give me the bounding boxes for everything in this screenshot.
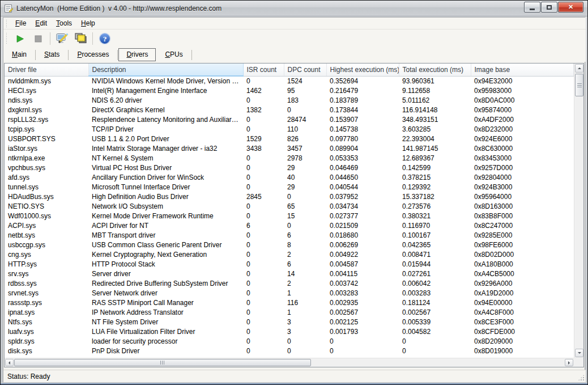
table-row[interactable]: cng.sysKernel Cryptography, Next Generat… — [5, 250, 573, 260]
menu-help[interactable]: Help — [76, 18, 100, 28]
table-row[interactable]: ACPI.sysACPI Driver for NT600.0215090.11… — [5, 221, 573, 231]
table-row[interactable]: spldr.sysloader for security processor00… — [5, 337, 573, 346]
table-cell: 0.173844 — [326, 105, 399, 115]
table-row[interactable]: usbccgp.sysUSB Common Class Generic Pare… — [5, 240, 573, 250]
table-cell: RAS SSTP Miniport Call Manager — [88, 298, 243, 308]
table-cell: 0.002567 — [399, 308, 471, 318]
table-row[interactable]: disk.sysPnP Disk Driver00000x8D019000 — [5, 346, 573, 356]
column-header-total-execution[interactable]: Total execution (ms) — [399, 64, 471, 76]
table-row[interactable]: iaStor.sysIntel Matrix Storage Manager d… — [5, 144, 573, 154]
scroll-up-button[interactable] — [575, 64, 583, 73]
table-row[interactable]: HDAudBus.sysHigh Definition Audio Bus Dr… — [5, 192, 573, 202]
vertical-scrollbar[interactable] — [574, 64, 583, 358]
close-button[interactable]: ✕ — [558, 2, 583, 12]
table-row[interactable]: tunnel.sysMicrosoft Tunnel Interface Dri… — [5, 183, 573, 192]
table-row[interactable]: srv.sysServer driver0140.0041150.0272610… — [5, 269, 573, 279]
table-cell: NT File System Driver — [88, 318, 243, 327]
table-row[interactable]: rassstp.sysRAS SSTP Miniport Call Manage… — [5, 298, 573, 308]
table-row[interactable]: rspLLL32.sysResplendence Latency Monitor… — [5, 115, 573, 125]
tab-drivers[interactable]: Drivers — [118, 48, 156, 61]
table-cell: 0x94E00000 — [471, 298, 573, 308]
close-icon: ✕ — [568, 4, 573, 10]
table-row[interactable]: tcpip.sysTCP/IP Driver01100.1457383.6032… — [5, 125, 573, 134]
table-row[interactable]: Ntfs.sysNT File System Driver030.0021250… — [5, 318, 573, 327]
table-cell: 0xA180B000 — [471, 260, 573, 269]
maximize-button[interactable] — [541, 2, 557, 12]
table-row[interactable]: NETIO.SYSNetwork I/O Subsystem0650.03473… — [5, 202, 573, 211]
table-row[interactable]: HTTP.sysHTTP Protocol Stack060.0045870.0… — [5, 260, 573, 269]
table-row[interactable]: HECI.sysIntel(R) Management Engine Inter… — [5, 86, 573, 96]
tab-cpus[interactable]: CPUs — [157, 48, 190, 61]
table-cell: 0.089904 — [326, 144, 399, 154]
table-row[interactable]: netbt.sysMBT Transport driver060.0186800… — [5, 231, 573, 240]
tab-separator — [68, 50, 69, 60]
table-cell: 0x95874000 — [471, 105, 573, 115]
minimize-button[interactable] — [524, 2, 540, 12]
table-row[interactable]: Wdf01000.sysKernel Mode Driver Framework… — [5, 211, 573, 221]
table-cell: 1382 — [243, 105, 284, 115]
column-header-isr-count[interactable]: ISR count — [243, 64, 284, 76]
column-header-highest-execution[interactable]: Highest execution (ms) — [326, 64, 399, 76]
table-cell: 0.015944 — [399, 260, 471, 269]
table-cell: 0.100167 — [399, 231, 471, 240]
column-header-description[interactable]: Description — [88, 64, 243, 76]
vertical-scroll-thumb[interactable] — [575, 74, 583, 96]
table-cell: USBPORT.SYS — [5, 134, 88, 144]
toolbar-gripper[interactable] — [6, 32, 7, 45]
table-cell: 0x83B8F000 — [471, 211, 573, 221]
column-header-image-base[interactable]: Image base — [471, 64, 573, 76]
table-cell: 0.046469 — [326, 163, 399, 173]
horizontal-scroll-thumb[interactable] — [14, 359, 311, 366]
table-row[interactable]: nvlddmkm.sysNVIDIA Windows Kernel Mode D… — [5, 76, 573, 86]
scroll-right-button[interactable] — [565, 359, 573, 366]
table-cell: vpchbus.sys — [5, 163, 88, 173]
table-cell: 0.006269 — [326, 240, 399, 250]
start-monitor-button[interactable] — [12, 31, 27, 46]
title-bar[interactable]: LatencyMon (Home Edition ) v 4.00 - http… — [1, 1, 587, 16]
horizontal-scrollbar[interactable] — [5, 358, 574, 367]
table-row[interactable]: afd.sysAncillary Function Driver for Win… — [5, 173, 573, 183]
table-row[interactable]: ndis.sysNDIS 6.20 driver01830.1837895.01… — [5, 96, 573, 105]
tab-processes[interactable]: Processes — [69, 48, 117, 61]
arrow-up-icon — [578, 66, 581, 69]
options-button[interactable] — [55, 31, 70, 46]
arrow-right-icon — [568, 361, 572, 365]
scroll-left-button[interactable] — [5, 359, 14, 366]
restore-windows-button[interactable] — [73, 31, 88, 46]
menu-tools[interactable]: Tools — [52, 18, 76, 28]
tab-main[interactable]: Main — [4, 48, 35, 61]
table-row[interactable]: dxgkrnl.sysDirectX Graphics Kernel138200… — [5, 105, 573, 115]
table-row[interactable]: vpchbus.sysVirtual PC Host Bus Driver029… — [5, 163, 573, 173]
column-header-dpc-count[interactable]: DPC count — [284, 64, 326, 76]
table-row[interactable]: srvnet.sysServer Network driver010.00328… — [5, 289, 573, 298]
table-cell: 0.034734 — [326, 202, 399, 211]
menu-file[interactable]: File — [11, 18, 31, 28]
table-cell: 0.037952 — [326, 192, 399, 202]
table-cell: 0 — [284, 221, 326, 231]
stop-monitor-button[interactable] — [31, 31, 45, 46]
table-cell: 6 — [243, 221, 284, 231]
scroll-down-button[interactable] — [575, 349, 583, 357]
caption-buttons: ✕ — [524, 2, 583, 12]
table-row[interactable]: ipnat.sysIP Network Address Translator01… — [5, 308, 573, 318]
table-row[interactable]: USBPORT.SYSUSB 1.1 & 2.0 Port Driver1529… — [5, 134, 573, 144]
column-header-driver-file[interactable]: Driver file — [5, 64, 88, 76]
menubar-gripper[interactable] — [6, 19, 7, 27]
help-button[interactable]: ? — [97, 31, 112, 46]
table-row[interactable]: rdbss.sysRedirected Drive Buffering SubS… — [5, 279, 573, 289]
arrow-down-icon — [578, 352, 581, 356]
tab-stats[interactable]: Stats — [36, 48, 67, 61]
table-cell: 0 — [243, 337, 284, 346]
table-cell: 0.003283 — [399, 289, 471, 298]
table-cell: 0.042365 — [399, 240, 471, 250]
table-row[interactable]: ntkrnlpa.exeNT Kernel & System029780.053… — [5, 154, 573, 163]
menu-edit[interactable]: Edit — [31, 18, 52, 28]
table-cell: 0 — [284, 105, 326, 115]
table-cell: Network I/O Subsystem — [88, 202, 243, 211]
table-row[interactable]: luafv.sysLUA File Virtualization Filter … — [5, 327, 573, 337]
table-cell: 0 — [243, 125, 284, 134]
table-cell: 0 — [243, 76, 284, 86]
resize-grip[interactable] — [578, 374, 585, 381]
table-cell: 0.002125 — [326, 318, 399, 327]
table-cell: 0x95964000 — [471, 192, 573, 202]
